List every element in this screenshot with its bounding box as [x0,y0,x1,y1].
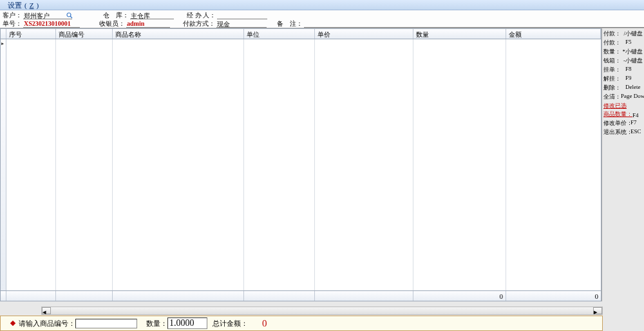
col-seq[interactable]: 序号 [6,29,56,39]
remark-label: 备 注： [277,19,303,28]
shortcuts-panel: 付款：/小键盘 付款：F5 数量：*小键盘 钱箱：-小键盘 挂单：F8 解挂：F… [601,28,644,301]
order-label: 单号： [3,19,22,28]
header-form: 客户： 郑州客户 仓 库： 主仓库 经 办 人： 单号： XS230213010… [0,10,644,28]
row-indicator-icon [1,39,6,290]
total-amount: 0 [506,291,601,301]
total-label: 总计金额： [213,319,248,328]
paymethod-field[interactable]: 现金 [216,20,267,28]
qty-input[interactable]: 1.0000 [167,317,207,329]
paymethod-label: 付款方式： [183,19,215,28]
warehouse-field[interactable]: 主仓库 [130,12,174,19]
col-amount[interactable]: 金额 [506,29,601,39]
items-grid[interactable]: 序号 商品编号 商品名称 单位 单价 数量 金额 0 0 [0,28,601,301]
customer-field[interactable]: 郑州客户 [23,12,72,19]
grid-header: 序号 商品编号 商品名称 单位 单价 数量 金额 [1,29,601,39]
product-code-input[interactable] [75,319,137,328]
shortcut-modify-qty: 修改已选商品数量：F4 [603,102,643,118]
col-code[interactable]: 商品编号 [56,29,113,39]
total-value: 0 [262,318,267,329]
grid-body[interactable] [1,39,601,290]
qty-label: 数量： [146,319,167,328]
svg-line-1 [70,16,72,18]
search-icon[interactable] [66,12,73,19]
horizontal-scrollbar[interactable]: ◂ ▸ [41,307,603,315]
footer-bar: 请输入商品编号： 数量： 1.0000 总计金额： 0 [0,316,603,331]
warehouse-label: 仓 库： [103,11,129,20]
customer-label: 客户： [3,11,22,20]
grid-total-row: 0 0 [1,290,601,301]
col-name[interactable]: 商品名称 [113,29,244,39]
remark-field[interactable] [304,20,644,28]
menu-settings[interactable]: 设置(Z) [3,1,41,9]
col-unit[interactable]: 单位 [244,29,315,39]
order-number: XS230213010001 [23,20,80,28]
diamond-icon [10,321,15,326]
total-qty: 0 [413,291,506,301]
col-price[interactable]: 单价 [315,29,413,39]
cashier-label: 收银员： [99,19,125,28]
menu-bar: 设置(Z) [0,0,644,10]
prompt-label: 请输入商品编号： [19,319,75,328]
col-qty[interactable]: 数量 [413,29,506,39]
handler-label: 经 办 人： [187,11,216,20]
handler-field[interactable] [217,12,267,19]
cashier-value: admin [126,20,170,28]
svg-point-0 [67,13,71,17]
